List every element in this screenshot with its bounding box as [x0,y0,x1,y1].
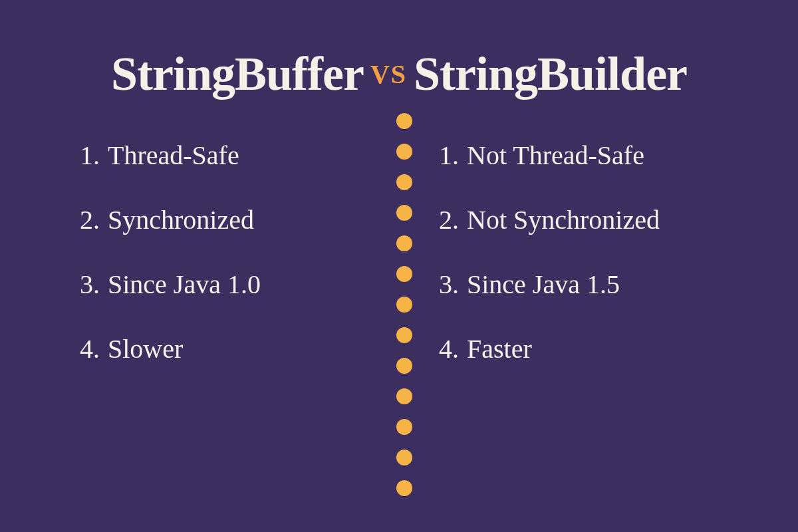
vs-label: VS [370,59,407,90]
item-number: 3. [439,269,459,300]
item-text: Slower [108,333,183,364]
list-item: 3. Since Java 1.5 [439,269,660,300]
list-item: 3. Since Java 1.0 [80,269,261,300]
divider-dot-icon [396,327,412,343]
item-text: Since Java 1.0 [108,269,261,300]
item-number: 4. [439,333,459,364]
left-title: StringBuffer [111,47,364,102]
right-list: 1. Not Thread-Safe 2. Not Synchronized 3… [439,140,660,398]
item-text: Not Synchronized [467,204,660,235]
list-item: 4. Slower [80,333,261,364]
item-number: 1. [439,140,459,171]
divider-dot-icon [396,174,412,190]
divider-dot-icon [396,144,412,160]
right-title: StringBuilder [414,47,687,102]
list-item: 2. Synchronized [80,204,261,235]
divider-dot-icon [396,419,412,435]
divider-dot-icon [396,205,412,221]
item-number: 2. [80,204,100,235]
item-number: 1. [80,140,100,171]
comparison-header: StringBuffer VS StringBuilder [0,47,798,102]
item-text: Synchronized [108,204,254,235]
item-number: 2. [439,204,459,235]
item-text: Not Thread-Safe [467,140,644,171]
divider-dot-icon [396,480,412,496]
list-item: 1. Thread-Safe [80,140,261,171]
item-number: 3. [80,269,100,300]
divider-dot-icon [396,388,412,404]
item-number: 4. [80,333,100,364]
list-item: 4. Faster [439,333,660,364]
item-text: Faster [467,333,532,364]
divider-dot-icon [396,358,412,374]
list-item: 1. Not Thread-Safe [439,140,660,171]
divider-dot-icon [396,113,412,129]
divider-dots [396,113,412,496]
item-text: Thread-Safe [108,140,239,171]
left-list: 1. Thread-Safe 2. Synchronized 3. Since … [80,140,261,398]
divider-dot-icon [396,450,412,466]
divider-dot-icon [396,266,412,282]
divider-dot-icon [396,235,412,251]
list-item: 2. Not Synchronized [439,204,660,235]
divider-dot-icon [396,297,412,313]
item-text: Since Java 1.5 [467,269,620,300]
